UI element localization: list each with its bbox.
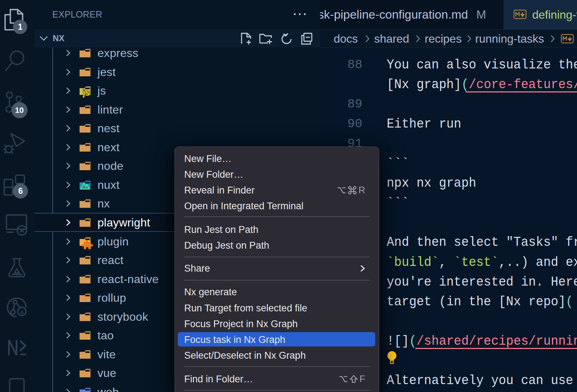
svg-text:a: a <box>20 309 24 315</box>
svg-text:js: js <box>82 88 90 97</box>
